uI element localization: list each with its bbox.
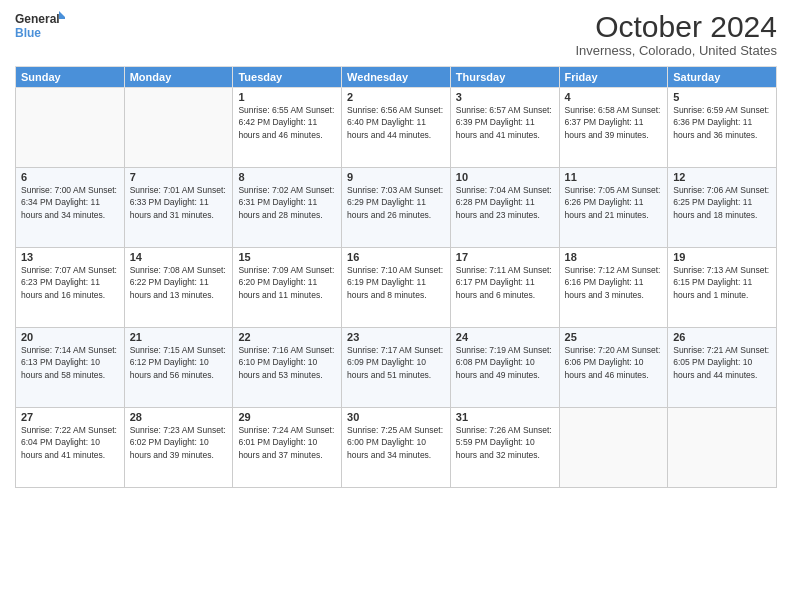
- day-info: Sunrise: 7:11 AM Sunset: 6:17 PM Dayligh…: [456, 264, 554, 301]
- table-row: 29Sunrise: 7:24 AM Sunset: 6:01 PM Dayli…: [233, 408, 342, 488]
- header: General Blue October 2024 Inverness, Col…: [15, 10, 777, 58]
- day-info: Sunrise: 6:59 AM Sunset: 6:36 PM Dayligh…: [673, 104, 771, 141]
- day-number: 11: [565, 171, 663, 183]
- day-info: Sunrise: 7:26 AM Sunset: 5:59 PM Dayligh…: [456, 424, 554, 461]
- day-info: Sunrise: 7:23 AM Sunset: 6:02 PM Dayligh…: [130, 424, 228, 461]
- day-number: 31: [456, 411, 554, 423]
- day-number: 10: [456, 171, 554, 183]
- day-number: 6: [21, 171, 119, 183]
- table-row: 19Sunrise: 7:13 AM Sunset: 6:15 PM Dayli…: [668, 248, 777, 328]
- logo: General Blue: [15, 10, 65, 40]
- table-row: 6Sunrise: 7:00 AM Sunset: 6:34 PM Daylig…: [16, 168, 125, 248]
- table-row: 28Sunrise: 7:23 AM Sunset: 6:02 PM Dayli…: [124, 408, 233, 488]
- day-number: 18: [565, 251, 663, 263]
- day-number: 14: [130, 251, 228, 263]
- day-info: Sunrise: 7:02 AM Sunset: 6:31 PM Dayligh…: [238, 184, 336, 221]
- table-row: 21Sunrise: 7:15 AM Sunset: 6:12 PM Dayli…: [124, 328, 233, 408]
- day-number: 23: [347, 331, 445, 343]
- day-number: 4: [565, 91, 663, 103]
- table-row: [124, 88, 233, 168]
- table-row: 15Sunrise: 7:09 AM Sunset: 6:20 PM Dayli…: [233, 248, 342, 328]
- title-block: October 2024 Inverness, Colorado, United…: [575, 10, 777, 58]
- day-number: 22: [238, 331, 336, 343]
- day-number: 12: [673, 171, 771, 183]
- day-info: Sunrise: 7:04 AM Sunset: 6:28 PM Dayligh…: [456, 184, 554, 221]
- col-thursday: Thursday: [450, 67, 559, 88]
- table-row: 9Sunrise: 7:03 AM Sunset: 6:29 PM Daylig…: [342, 168, 451, 248]
- page: General Blue October 2024 Inverness, Col…: [0, 0, 792, 612]
- table-row: 4Sunrise: 6:58 AM Sunset: 6:37 PM Daylig…: [559, 88, 668, 168]
- table-row: [668, 408, 777, 488]
- day-number: 2: [347, 91, 445, 103]
- col-sunday: Sunday: [16, 67, 125, 88]
- calendar-week-1: 1Sunrise: 6:55 AM Sunset: 6:42 PM Daylig…: [16, 88, 777, 168]
- day-info: Sunrise: 7:03 AM Sunset: 6:29 PM Dayligh…: [347, 184, 445, 221]
- day-number: 21: [130, 331, 228, 343]
- day-info: Sunrise: 7:25 AM Sunset: 6:00 PM Dayligh…: [347, 424, 445, 461]
- day-number: 5: [673, 91, 771, 103]
- table-row: 17Sunrise: 7:11 AM Sunset: 6:17 PM Dayli…: [450, 248, 559, 328]
- day-info: Sunrise: 7:08 AM Sunset: 6:22 PM Dayligh…: [130, 264, 228, 301]
- table-row: 26Sunrise: 7:21 AM Sunset: 6:05 PM Dayli…: [668, 328, 777, 408]
- svg-marker-2: [59, 11, 65, 19]
- table-row: 3Sunrise: 6:57 AM Sunset: 6:39 PM Daylig…: [450, 88, 559, 168]
- day-number: 1: [238, 91, 336, 103]
- day-number: 16: [347, 251, 445, 263]
- day-number: 28: [130, 411, 228, 423]
- table-row: 18Sunrise: 7:12 AM Sunset: 6:16 PM Dayli…: [559, 248, 668, 328]
- day-number: 3: [456, 91, 554, 103]
- table-row: 5Sunrise: 6:59 AM Sunset: 6:36 PM Daylig…: [668, 88, 777, 168]
- day-info: Sunrise: 6:56 AM Sunset: 6:40 PM Dayligh…: [347, 104, 445, 141]
- day-info: Sunrise: 7:05 AM Sunset: 6:26 PM Dayligh…: [565, 184, 663, 221]
- table-row: 25Sunrise: 7:20 AM Sunset: 6:06 PM Dayli…: [559, 328, 668, 408]
- table-row: 20Sunrise: 7:14 AM Sunset: 6:13 PM Dayli…: [16, 328, 125, 408]
- day-info: Sunrise: 7:01 AM Sunset: 6:33 PM Dayligh…: [130, 184, 228, 221]
- col-monday: Monday: [124, 67, 233, 88]
- day-info: Sunrise: 7:21 AM Sunset: 6:05 PM Dayligh…: [673, 344, 771, 381]
- calendar-week-5: 27Sunrise: 7:22 AM Sunset: 6:04 PM Dayli…: [16, 408, 777, 488]
- day-number: 9: [347, 171, 445, 183]
- table-row: 8Sunrise: 7:02 AM Sunset: 6:31 PM Daylig…: [233, 168, 342, 248]
- day-number: 26: [673, 331, 771, 343]
- svg-text:Blue: Blue: [15, 26, 41, 40]
- day-info: Sunrise: 6:55 AM Sunset: 6:42 PM Dayligh…: [238, 104, 336, 141]
- day-number: 8: [238, 171, 336, 183]
- day-number: 27: [21, 411, 119, 423]
- day-number: 29: [238, 411, 336, 423]
- day-info: Sunrise: 6:57 AM Sunset: 6:39 PM Dayligh…: [456, 104, 554, 141]
- day-number: 15: [238, 251, 336, 263]
- col-tuesday: Tuesday: [233, 67, 342, 88]
- table-row: 14Sunrise: 7:08 AM Sunset: 6:22 PM Dayli…: [124, 248, 233, 328]
- table-row: 23Sunrise: 7:17 AM Sunset: 6:09 PM Dayli…: [342, 328, 451, 408]
- subtitle: Inverness, Colorado, United States: [575, 43, 777, 58]
- table-row: 13Sunrise: 7:07 AM Sunset: 6:23 PM Dayli…: [16, 248, 125, 328]
- svg-text:General: General: [15, 12, 60, 26]
- table-row: 10Sunrise: 7:04 AM Sunset: 6:28 PM Dayli…: [450, 168, 559, 248]
- calendar-week-4: 20Sunrise: 7:14 AM Sunset: 6:13 PM Dayli…: [16, 328, 777, 408]
- day-info: Sunrise: 7:09 AM Sunset: 6:20 PM Dayligh…: [238, 264, 336, 301]
- day-number: 17: [456, 251, 554, 263]
- day-info: Sunrise: 7:10 AM Sunset: 6:19 PM Dayligh…: [347, 264, 445, 301]
- calendar-table: Sunday Monday Tuesday Wednesday Thursday…: [15, 66, 777, 488]
- table-row: 30Sunrise: 7:25 AM Sunset: 6:00 PM Dayli…: [342, 408, 451, 488]
- day-info: Sunrise: 7:00 AM Sunset: 6:34 PM Dayligh…: [21, 184, 119, 221]
- table-row: 7Sunrise: 7:01 AM Sunset: 6:33 PM Daylig…: [124, 168, 233, 248]
- day-number: 13: [21, 251, 119, 263]
- col-wednesday: Wednesday: [342, 67, 451, 88]
- table-row: 22Sunrise: 7:16 AM Sunset: 6:10 PM Dayli…: [233, 328, 342, 408]
- calendar-week-2: 6Sunrise: 7:00 AM Sunset: 6:34 PM Daylig…: [16, 168, 777, 248]
- day-info: Sunrise: 7:22 AM Sunset: 6:04 PM Dayligh…: [21, 424, 119, 461]
- day-info: Sunrise: 7:07 AM Sunset: 6:23 PM Dayligh…: [21, 264, 119, 301]
- header-row: Sunday Monday Tuesday Wednesday Thursday…: [16, 67, 777, 88]
- day-info: Sunrise: 7:06 AM Sunset: 6:25 PM Dayligh…: [673, 184, 771, 221]
- table-row: 27Sunrise: 7:22 AM Sunset: 6:04 PM Dayli…: [16, 408, 125, 488]
- day-info: Sunrise: 7:17 AM Sunset: 6:09 PM Dayligh…: [347, 344, 445, 381]
- day-number: 19: [673, 251, 771, 263]
- day-info: Sunrise: 7:16 AM Sunset: 6:10 PM Dayligh…: [238, 344, 336, 381]
- table-row: [16, 88, 125, 168]
- table-row: 1Sunrise: 6:55 AM Sunset: 6:42 PM Daylig…: [233, 88, 342, 168]
- table-row: 2Sunrise: 6:56 AM Sunset: 6:40 PM Daylig…: [342, 88, 451, 168]
- day-number: 20: [21, 331, 119, 343]
- day-info: Sunrise: 7:15 AM Sunset: 6:12 PM Dayligh…: [130, 344, 228, 381]
- day-info: Sunrise: 7:19 AM Sunset: 6:08 PM Dayligh…: [456, 344, 554, 381]
